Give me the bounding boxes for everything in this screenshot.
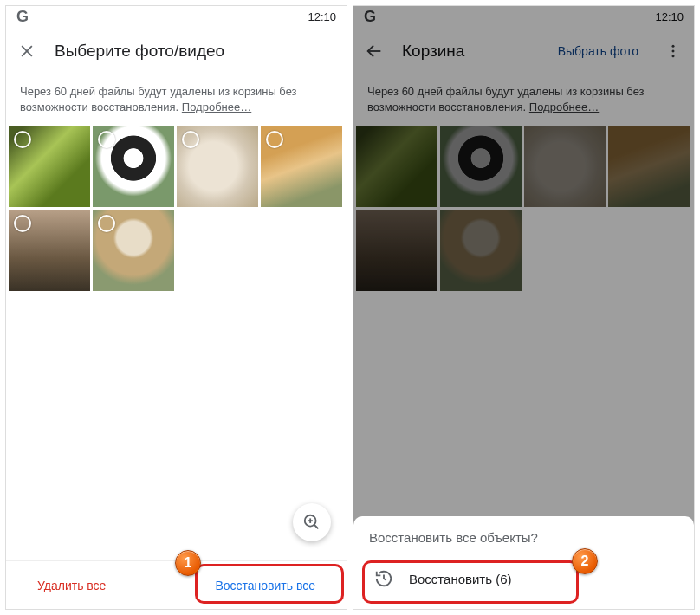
screen-trash: G 12:10 Корзина Выбрать фото Через 60 дн… [353, 5, 695, 610]
select-circle-icon[interactable] [266, 131, 283, 148]
page-title: Выберите фото/видео [55, 42, 336, 61]
status-bar: G 12:10 [6, 6, 347, 27]
more-link[interactable]: Подробнее… [182, 100, 251, 113]
zoom-in-icon [302, 513, 321, 532]
g-logo: G [16, 8, 29, 26]
delete-all-button[interactable]: Удалить все [27, 572, 116, 599]
bottom-bar: Удалить все Восстановить все [6, 560, 347, 609]
restore-icon [374, 569, 393, 588]
restore-label: Восстановить (6) [409, 572, 512, 586]
select-circle-icon[interactable] [14, 215, 31, 232]
svg-line-3 [314, 525, 319, 529]
photo-thumb[interactable] [9, 210, 90, 291]
info-bar: Через 60 дней файлы будут удалены из кор… [6, 75, 347, 126]
photo-grid [6, 126, 347, 291]
header: Выберите фото/видео [6, 27, 347, 75]
select-circle-icon[interactable] [98, 131, 115, 148]
screen-select: G 12:10 Выберите фото/видео Через 60 дне… [5, 5, 347, 610]
info-text: Через 60 дней файлы будут удалены из кор… [20, 85, 297, 113]
zoom-fab[interactable] [293, 503, 331, 541]
photo-thumb[interactable] [93, 126, 174, 207]
restore-all-button[interactable]: Восстановить все [204, 572, 326, 599]
photo-thumb[interactable] [9, 126, 90, 207]
restore-action[interactable]: Восстановить (6) [369, 559, 678, 600]
clock-time: 12:10 [308, 10, 336, 23]
select-circle-icon[interactable] [14, 131, 31, 148]
close-icon[interactable] [16, 41, 37, 62]
select-circle-icon[interactable] [182, 131, 199, 148]
photo-thumb[interactable] [93, 210, 174, 291]
photo-thumb[interactable] [261, 126, 342, 207]
sheet-title: Восстановить все объекты? [369, 530, 678, 545]
select-circle-icon[interactable] [98, 215, 115, 232]
photo-thumb[interactable] [177, 126, 258, 207]
restore-sheet: Восстановить все объекты? Восстановить (… [353, 516, 694, 609]
